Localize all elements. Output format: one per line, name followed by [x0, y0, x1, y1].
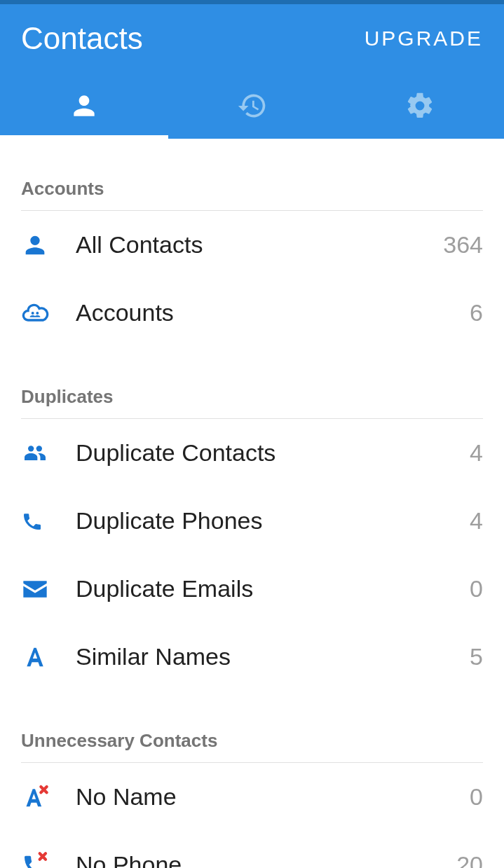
app-bar: Contacts UPGRADE — [0, 4, 504, 139]
item-label: No Name — [76, 783, 470, 811]
app-bar-top: Contacts UPGRADE — [0, 4, 504, 76]
item-label: Accounts — [76, 299, 470, 326]
list-item-similar-names[interactable]: Similar Names 5 — [21, 623, 483, 691]
tab-contacts[interactable] — [0, 76, 168, 139]
cloud-account-icon — [21, 299, 76, 327]
app-title: Contacts — [21, 21, 143, 56]
section-header-unnecessary: Unnecessary Contacts — [21, 730, 483, 763]
letter-a-icon — [21, 643, 76, 671]
item-count: 0 — [470, 783, 483, 811]
item-label: Similar Names — [76, 643, 470, 670]
item-label: Duplicate Phones — [76, 507, 470, 535]
people-icon — [21, 439, 76, 467]
list-item-all-contacts[interactable]: All Contacts 364 — [21, 211, 483, 279]
item-count: 0 — [470, 575, 483, 602]
svg-point-0 — [32, 312, 34, 315]
person-icon — [69, 90, 100, 124]
item-count: 364 — [443, 231, 483, 259]
content: Accounts All Contacts 364 Accounts 6 Dup… — [0, 178, 504, 868]
svg-point-3 — [36, 446, 42, 451]
tab-settings[interactable] — [336, 76, 504, 139]
tab-history[interactable] — [168, 76, 336, 139]
item-count: 20 — [456, 851, 483, 868]
person-icon — [21, 231, 76, 259]
phone-x-icon — [21, 851, 76, 869]
item-count: 4 — [470, 439, 483, 467]
history-icon — [237, 90, 268, 124]
item-count: 5 — [470, 643, 483, 670]
mail-icon — [21, 575, 76, 603]
item-label: Duplicate Emails — [76, 575, 470, 602]
list-item-duplicate-phones[interactable]: Duplicate Phones 4 — [21, 487, 483, 555]
item-count: 6 — [470, 299, 483, 326]
gear-icon — [404, 90, 435, 124]
item-count: 4 — [470, 507, 483, 535]
upgrade-button[interactable]: UPGRADE — [365, 27, 483, 50]
phone-icon — [21, 510, 76, 532]
item-label: All Contacts — [76, 231, 443, 259]
list-item-accounts[interactable]: Accounts 6 — [21, 279, 483, 347]
list-item-duplicate-contacts[interactable]: Duplicate Contacts 4 — [21, 419, 483, 487]
list-item-no-phone[interactable]: No Phone 20 — [21, 831, 483, 868]
section-header-accounts: Accounts — [21, 178, 483, 211]
list-item-no-name[interactable]: No Name 0 — [21, 763, 483, 831]
tabs — [0, 76, 504, 139]
svg-point-2 — [28, 446, 34, 451]
letter-a-x-icon — [21, 783, 76, 811]
section-header-duplicates: Duplicates — [21, 386, 483, 419]
item-label: Duplicate Contacts — [76, 439, 470, 467]
svg-point-1 — [36, 312, 39, 315]
item-label: No Phone — [76, 851, 456, 868]
list-item-duplicate-emails[interactable]: Duplicate Emails 0 — [21, 555, 483, 623]
